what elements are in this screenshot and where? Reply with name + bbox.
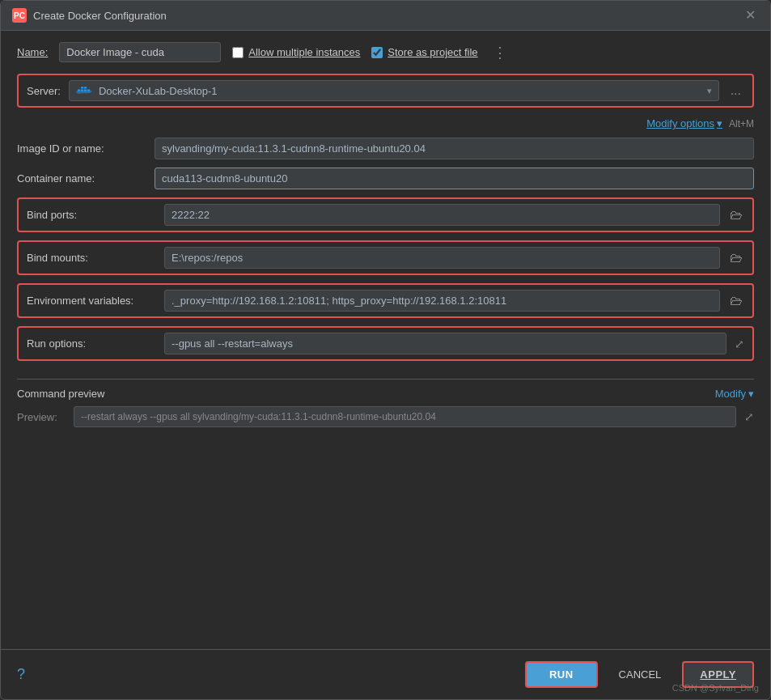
command-preview-expand-button[interactable]: ⤢ xyxy=(744,410,754,423)
command-preview-modify-link[interactable]: Modify ▾ xyxy=(715,388,754,400)
modify-options-link[interactable]: Modify options ▾ xyxy=(646,117,722,129)
command-preview-row: Preview: ⤢ xyxy=(17,406,754,427)
dialog-body: Name: Allow multiple instances Store as … xyxy=(1,31,770,649)
container-name-label: Container name: xyxy=(17,172,146,185)
watermark: CSDN @Sylvan_Ding xyxy=(672,683,759,693)
bind-ports-input[interactable] xyxy=(164,204,720,226)
server-row: Server: Docker-XuLab-Desktop-1 ▾ xyxy=(17,74,754,108)
separator xyxy=(17,379,754,380)
close-button[interactable]: ✕ xyxy=(742,7,759,23)
command-preview-label: Command preview xyxy=(17,388,104,400)
env-vars-section: Environment variables: 🗁 xyxy=(17,283,754,318)
modify-options-row: Modify options ▾ Alt+M xyxy=(17,117,754,129)
bottom-bar: ? RUN CANCEL APPLY xyxy=(1,649,770,699)
help-icon[interactable]: ? xyxy=(17,666,25,683)
modify-options-chevron: ▾ xyxy=(717,117,722,129)
command-preview-input[interactable] xyxy=(74,406,736,427)
svg-rect-4 xyxy=(84,87,87,88)
run-options-label: Run options: xyxy=(27,337,156,350)
modify-options-shortcut: Alt+M xyxy=(729,118,754,129)
run-options-section: Run options: ⤢ xyxy=(17,326,754,361)
create-docker-dialog: PC Create Docker Configuration ✕ Name: A… xyxy=(0,0,771,700)
modify-label: Modify xyxy=(715,388,746,400)
docker-icon xyxy=(76,84,92,97)
bind-mounts-input[interactable] xyxy=(164,247,720,269)
server-chevron-icon: ▾ xyxy=(707,86,712,96)
bind-mounts-label: Bind mounts: xyxy=(27,252,156,264)
server-dropdown[interactable]: Docker-XuLab-Desktop-1 ▾ xyxy=(69,80,719,101)
name-input[interactable] xyxy=(59,42,221,62)
env-vars-input[interactable] xyxy=(164,290,720,312)
name-label: Name: xyxy=(17,46,48,58)
modify-chevron: ▾ xyxy=(748,388,754,400)
modify-options-label: Modify options xyxy=(646,117,714,129)
store-as-project-label[interactable]: Store as project file xyxy=(388,46,477,58)
image-id-input[interactable] xyxy=(155,138,754,159)
app-icon: PC xyxy=(12,8,27,23)
env-vars-label: Environment variables: xyxy=(27,295,156,307)
preview-label: Preview: xyxy=(17,411,66,423)
run-options-input[interactable] xyxy=(164,333,727,354)
server-value: Docker-XuLab-Desktop-1 xyxy=(99,85,701,97)
svg-rect-2 xyxy=(81,87,83,88)
server-label: Server: xyxy=(27,85,61,97)
env-vars-folder-button[interactable]: 🗁 xyxy=(728,292,744,310)
allow-multiple-instances-checkbox[interactable] xyxy=(232,47,244,58)
server-ellipsis-button[interactable]: ... xyxy=(727,83,744,98)
image-id-label: Image ID or name: xyxy=(17,142,146,155)
title-bar: PC Create Docker Configuration ✕ xyxy=(1,1,770,31)
bind-ports-section: Bind ports: 🗁 xyxy=(17,197,754,232)
dialog-title: Create Docker Configuration xyxy=(33,10,735,22)
command-preview-header: Command preview Modify ▾ xyxy=(17,388,754,400)
allow-multiple-instances-label[interactable]: Allow multiple instances xyxy=(248,46,360,58)
cancel-button[interactable]: CANCEL xyxy=(606,663,675,686)
image-id-field: Image ID or name: xyxy=(17,138,754,159)
store-as-project-checkbox[interactable] xyxy=(371,47,383,58)
bind-ports-label: Bind ports: xyxy=(27,209,156,221)
allow-multiple-instances-group: Allow multiple instances xyxy=(232,46,360,58)
run-button[interactable]: RUN xyxy=(525,661,598,688)
run-options-expand-button[interactable]: ⤢ xyxy=(735,337,744,350)
bind-mounts-section: Bind mounts: 🗁 xyxy=(17,240,754,275)
more-options-button[interactable]: ⋮ xyxy=(489,44,510,62)
top-row: Name: Allow multiple instances Store as … xyxy=(17,42,754,62)
store-as-project-group: Store as project file xyxy=(371,46,477,58)
container-name-field: Container name: xyxy=(17,168,754,189)
container-name-input[interactable] xyxy=(155,168,754,189)
bind-ports-folder-button[interactable]: 🗁 xyxy=(728,206,744,224)
bind-mounts-folder-button[interactable]: 🗁 xyxy=(728,249,744,267)
